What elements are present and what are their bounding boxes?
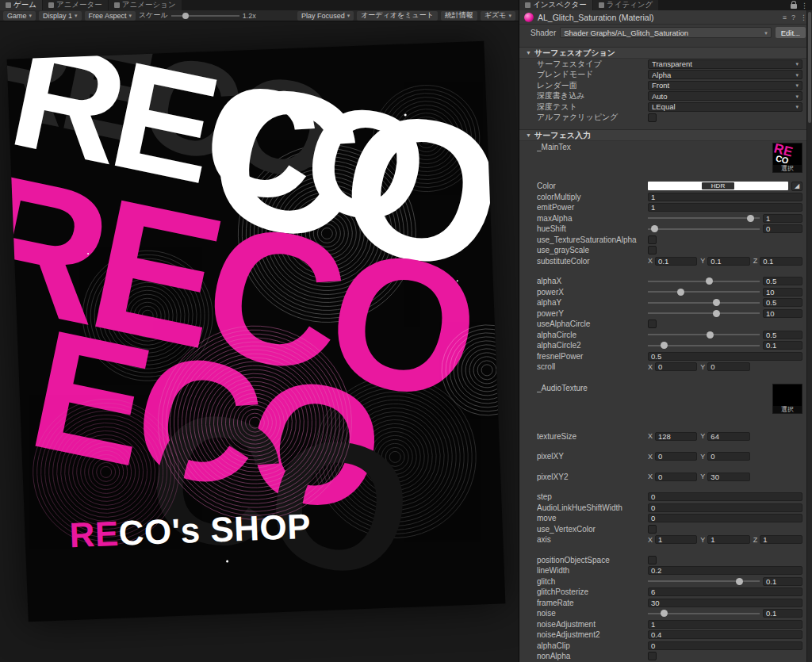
color-swatch[interactable]: HDR (648, 182, 788, 190)
prop-value-field[interactable]: 0.5 (648, 352, 802, 361)
shader-edit-button[interactable]: Edit... (776, 27, 806, 38)
prop-slider[interactable] (648, 277, 760, 286)
prop-checkbox[interactable] (648, 246, 657, 254)
aspect-ratio-dropdown[interactable]: Free Aspect ▾ (85, 11, 136, 21)
texture-select-label[interactable]: 選択 (773, 406, 802, 413)
prop-slider-value[interactable]: 10 (763, 309, 802, 318)
lock-icon[interactable] (791, 4, 797, 9)
section-header-サーフェスオプション[interactable]: ▼サーフェスオプション (519, 47, 812, 59)
shader-dropdown[interactable]: Shader Graphs/AL_Glitch_Saturation ▾ (560, 27, 771, 38)
prop-slider-value[interactable]: 0.1 (763, 341, 802, 350)
prop-slider-thumb[interactable] (747, 215, 754, 222)
prop-slider[interactable] (648, 576, 760, 586)
prop-slider-thumb[interactable] (651, 225, 658, 232)
prop-dropdown[interactable]: Auto▾ (648, 91, 802, 101)
prop-slider-value[interactable]: 10 (763, 288, 802, 297)
prop-value-field[interactable]: 1 (648, 620, 802, 629)
vector-field-y[interactable]: 64 (707, 432, 749, 441)
vector-field-x[interactable]: 128 (655, 432, 697, 441)
prop-label: glitchPosterize (537, 587, 648, 596)
prop-slider-thumb[interactable] (713, 310, 720, 317)
prop-slider-value[interactable]: 0.1 (763, 609, 802, 618)
prop-slider-value[interactable]: 1 (763, 214, 802, 223)
texture-thumbnail[interactable]: 選択 (772, 384, 802, 414)
prop-dropdown[interactable]: LEqual▾ (648, 102, 802, 112)
prop-slider[interactable] (648, 298, 760, 308)
vector-field-y[interactable]: 0 (707, 362, 749, 371)
prop-checkbox[interactable] (648, 113, 657, 122)
inspector-scrollbar-thumb[interactable] (808, 12, 811, 123)
kebab-menu-icon[interactable]: ⋮ (801, 2, 808, 10)
prop-value-field[interactable]: 6 (648, 587, 802, 596)
prop-slider-thumb[interactable] (706, 277, 713, 285)
section-header-サーフェス入力[interactable]: ▼サーフェス入力 (519, 129, 812, 141)
prop-slider-value[interactable]: 0.5 (763, 277, 802, 285)
scale-slider[interactable] (171, 11, 239, 21)
prop-value-field[interactable]: 30 (648, 599, 802, 607)
prop-value-field[interactable]: 1 (648, 203, 802, 212)
vector-field-z[interactable]: 0.1 (760, 257, 802, 266)
game-tab[interactable]: アニメーション (109, 0, 182, 10)
prop-slider-thumb[interactable] (661, 610, 668, 617)
prop-slider[interactable] (648, 224, 760, 234)
vector-field-y[interactable]: 0.1 (707, 257, 749, 266)
prop-slider-thumb[interactable] (713, 299, 720, 306)
prop-checkbox[interactable] (648, 320, 657, 328)
game-target-dropdown[interactable]: Game ▾ (3, 11, 36, 21)
inspector-tab[interactable]: ライティング (593, 0, 658, 10)
prop-slider-thumb[interactable] (707, 331, 714, 339)
prop-value-field[interactable]: 0.2 (648, 566, 802, 575)
prop-slider[interactable] (648, 609, 760, 618)
scale-slider-thumb[interactable] (182, 13, 189, 19)
vector-field-y[interactable]: 1 (707, 535, 749, 544)
prop-slider[interactable] (648, 330, 760, 339)
help-icon[interactable]: ? (791, 13, 795, 21)
prop-value-field[interactable]: 0 (648, 641, 802, 650)
prop-slider-thumb[interactable] (677, 289, 684, 296)
prop-dropdown[interactable]: Alpha▾ (648, 70, 802, 79)
prop-slider[interactable] (648, 308, 760, 318)
prop-value-field[interactable]: 1 (648, 193, 802, 201)
texture-select-label[interactable]: 選択 (773, 165, 802, 172)
eyedropper-icon[interactable]: ◢ (791, 182, 802, 191)
prop-slider-thumb[interactable] (661, 342, 668, 349)
prop-slider-value[interactable]: 0.5 (763, 331, 802, 339)
play-focused-dropdown[interactable]: Play Focused ▾ (297, 11, 354, 21)
prop-dropdown[interactable]: Transparent▾ (648, 59, 802, 69)
prop-slider[interactable] (648, 213, 760, 223)
vector-field-y[interactable]: 30 (707, 473, 749, 481)
prop-checkbox[interactable] (648, 556, 657, 564)
vector-field-x[interactable]: 0.1 (655, 257, 697, 266)
prop-slider-thumb[interactable] (736, 578, 743, 585)
prop-slider[interactable] (648, 341, 760, 350)
prop-slider-value[interactable]: 0.1 (763, 577, 802, 586)
display-dropdown[interactable]: Display 1 ▾ (39, 11, 82, 21)
vector-field-x[interactable]: 0 (655, 473, 697, 481)
prop-value-field[interactable]: 0 (648, 492, 802, 501)
vector-field-y[interactable]: 0 (707, 452, 749, 461)
vector-field-x[interactable]: 0 (655, 362, 697, 371)
texture-thumbnail[interactable]: RECO選択 (772, 143, 802, 173)
inspector-scrollbar[interactable] (806, 10, 812, 662)
game-tab[interactable]: ゲーム (0, 0, 42, 10)
prop-checkbox[interactable] (648, 525, 657, 534)
vector-field-x[interactable]: 0 (655, 452, 697, 461)
vector-field-z[interactable]: 1 (760, 535, 802, 544)
stats-button[interactable]: 統計情報 (441, 11, 477, 21)
game-tab[interactable]: アニメーター (43, 0, 108, 10)
prop-slider[interactable] (648, 287, 760, 297)
vector-field-x[interactable]: 1 (655, 535, 697, 544)
prop-value-field[interactable]: 0 (648, 503, 802, 512)
prop-slider-value[interactable]: 0.5 (763, 298, 802, 307)
prop-slider-value[interactable]: 0 (763, 224, 802, 233)
presets-icon[interactable]: ≡ (783, 13, 787, 21)
prop-dropdown[interactable]: Front▾ (648, 81, 802, 90)
prop-value-field[interactable]: 0.4 (648, 630, 802, 639)
prop-label: alphaX (537, 277, 648, 285)
prop-checkbox[interactable] (648, 235, 657, 244)
prop-checkbox[interactable] (648, 652, 657, 660)
mute-audio-button[interactable]: オーディオをミュート (357, 11, 438, 21)
prop-value-field[interactable]: 0 (648, 514, 802, 522)
gizmos-dropdown[interactable]: ギズモ ▾ (481, 11, 515, 21)
inspector-tab[interactable]: インスペクター (519, 0, 592, 10)
